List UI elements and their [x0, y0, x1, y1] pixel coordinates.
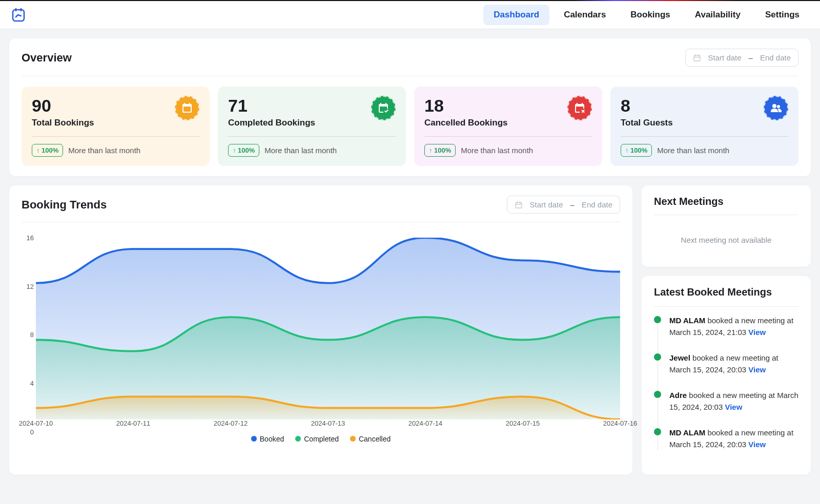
- nav-item-dashboard[interactable]: Dashboard: [483, 5, 549, 25]
- timeline-dot-icon: [654, 316, 661, 323]
- date-range-separator: –: [570, 200, 575, 209]
- nav-item-bookings[interactable]: Bookings: [620, 5, 680, 25]
- stat-card-completed-bookings: 71 Completed Bookings ↑100% More than la…: [218, 87, 406, 166]
- stat-change-badge: ↑100%: [32, 144, 63, 157]
- stat-change-badge: ↑100%: [621, 144, 652, 157]
- chart-ytick: 8: [30, 331, 34, 339]
- overview-stats-row: 90 Total Bookings ↑100% More than last m…: [22, 87, 798, 166]
- latest-meeting-text: Adre booked a new meeting at March 15, 2…: [669, 391, 798, 411]
- view-meeting-link[interactable]: View: [748, 440, 766, 449]
- view-meeting-link[interactable]: View: [748, 365, 766, 374]
- latest-booked-meetings-card: Latest Booked Meetings MD ALAM booked a …: [642, 276, 811, 475]
- chart-xtick: 2024-07-11: [116, 419, 151, 427]
- overview-title: Overview: [22, 51, 72, 65]
- latest-booked-title: Latest Booked Meetings: [654, 286, 798, 307]
- users-icon: [764, 96, 788, 120]
- app-header: DashboardCalendarsBookingsAvailabilitySe…: [0, 1, 820, 29]
- stat-label: Completed Bookings: [228, 118, 315, 128]
- arrow-up-icon: ↑: [429, 147, 432, 154]
- start-date-placeholder: Start date: [708, 53, 742, 62]
- view-meeting-link[interactable]: View: [748, 328, 766, 337]
- legend-item-cancelled[interactable]: Cancelled: [350, 435, 391, 443]
- stat-label: Total Guests: [621, 118, 673, 128]
- chart-ytick: 12: [27, 282, 34, 290]
- stat-change-text: More than last month: [461, 146, 533, 155]
- calendar-check-icon: [371, 96, 396, 120]
- stat-change-badge: ↑100%: [424, 144, 456, 157]
- booking-trends-card: Booking Trends Start date – End date 048…: [9, 185, 632, 475]
- latest-meeting-item: Jewel booked a new meeting at March 15, …: [654, 352, 798, 375]
- stat-card-cancelled-bookings: 18 Cancelled Bookings ↑100% More than la…: [414, 87, 602, 166]
- booking-trends-title: Booking Trends: [22, 198, 107, 212]
- legend-color-dot: [350, 436, 356, 442]
- svg-point-8: [772, 104, 776, 108]
- stat-value: 18: [424, 96, 507, 116]
- chart-xtick: 2024-07-16: [603, 419, 638, 427]
- latest-meeting-text: MD ALAM booked a new meeting at March 15…: [669, 428, 793, 449]
- date-range-separator: –: [749, 53, 753, 62]
- end-date-placeholder: End date: [760, 53, 791, 62]
- svg-rect-3: [694, 55, 700, 61]
- chart-xtick: 2024-07-10: [19, 419, 53, 427]
- next-meetings-empty: Next meeting not available: [654, 215, 798, 257]
- timeline-dot-icon: [654, 353, 661, 361]
- stat-change-text: More than last month: [657, 146, 729, 155]
- stat-card-total-bookings: 90 Total Bookings ↑100% More than last m…: [22, 87, 210, 166]
- timeline-dot-icon: [654, 428, 661, 435]
- next-meetings-title: Next Meetings: [654, 196, 798, 207]
- nav-item-calendars[interactable]: Calendars: [554, 5, 616, 25]
- chart-ytick: 4: [30, 380, 34, 387]
- trends-date-range[interactable]: Start date – End date: [507, 196, 620, 214]
- chart-xtick: 2024-07-14: [408, 419, 443, 427]
- latest-meeting-text: Jewel booked a new meeting at March 15, …: [669, 353, 778, 374]
- nav-item-availability[interactable]: Availability: [685, 5, 751, 25]
- svg-point-9: [777, 105, 780, 108]
- view-meeting-link[interactable]: View: [725, 403, 742, 411]
- chart-ytick: 16: [27, 234, 34, 242]
- svg-rect-10: [516, 202, 522, 208]
- stat-label: Cancelled Bookings: [424, 118, 507, 128]
- timeline-dot-icon: [654, 391, 661, 398]
- legend-item-completed[interactable]: Completed: [295, 435, 339, 443]
- trends-chart: 0481216 2024-07-102024-07-112024-07-1220…: [22, 222, 620, 443]
- next-meetings-card: Next Meetings Next meeting not available: [642, 185, 811, 267]
- stat-label: Total Bookings: [32, 118, 94, 128]
- chart-xtick: 2024-07-13: [311, 419, 345, 427]
- start-date-placeholder: Start date: [530, 200, 563, 209]
- latest-meeting-item: MD ALAM booked a new meeting at March 15…: [654, 427, 798, 450]
- latest-meeting-item: MD ALAM booked a new meeting at March 15…: [654, 315, 798, 338]
- calendar-x-icon: [567, 96, 592, 120]
- arrow-up-icon: ↑: [233, 147, 236, 154]
- stat-card-total-guests: 8 Total Guests ↑100% More than last mont…: [610, 87, 798, 166]
- chart-xtick: 2024-07-15: [506, 419, 540, 427]
- arrow-up-icon: ↑: [625, 147, 628, 154]
- stat-change-text: More than last month: [68, 146, 140, 155]
- overview-date-range[interactable]: Start date – End date: [685, 49, 798, 67]
- chart-xtick: 2024-07-12: [214, 419, 248, 427]
- legend-color-dot: [295, 436, 301, 442]
- stat-value: 71: [228, 96, 315, 116]
- calendar-icon: [693, 54, 701, 62]
- legend-item-booked[interactable]: Booked: [251, 435, 284, 443]
- calendar-icon: [175, 96, 199, 120]
- nav-item-settings[interactable]: Settings: [755, 5, 810, 25]
- legend-color-dot: [251, 436, 257, 442]
- main-nav: DashboardCalendarsBookingsAvailabilitySe…: [483, 5, 810, 25]
- arrow-up-icon: ↑: [36, 147, 39, 154]
- trends-chart-legend: BookedCompletedCancelled: [22, 435, 620, 443]
- stat-change-badge: ↑100%: [228, 144, 259, 157]
- stat-change-text: More than last month: [264, 146, 337, 155]
- calendar-icon: [515, 201, 523, 209]
- stat-value: 8: [621, 96, 673, 116]
- app-logo: [10, 7, 27, 23]
- overview-card: Overview Start date – End date 90 Total …: [9, 38, 811, 176]
- stat-value: 90: [32, 96, 94, 116]
- chart-ytick: 0: [30, 428, 34, 435]
- latest-booked-list: MD ALAM booked a new meeting at March 15…: [654, 315, 798, 450]
- latest-meeting-text: MD ALAM booked a new meeting at March 15…: [669, 316, 793, 337]
- latest-meeting-item: Adre booked a new meeting at March 15, 2…: [654, 390, 798, 413]
- end-date-placeholder: End date: [582, 200, 612, 209]
